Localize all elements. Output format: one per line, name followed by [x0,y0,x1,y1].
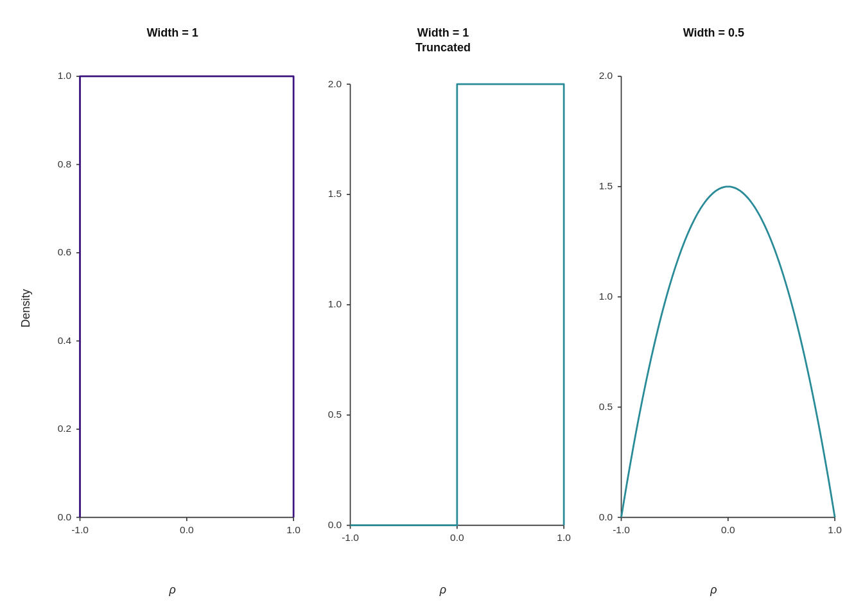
y-axis-text: Density [19,289,33,327]
plot-svg-3: 0.0 0.5 1.0 1.5 2.0 -1.0 [579,47,849,576]
main-container: Density Width = 1 0.0 [14,19,849,597]
svg-text:1.0: 1.0 [828,524,842,535]
svg-text:0.0: 0.0 [180,524,194,535]
svg-text:1.0: 1.0 [58,71,72,81]
x-axis-label-3: ρ [710,583,717,597]
plot-title-1: Width = 1 [146,26,198,40]
plot-area-2: 0.0 0.5 1.0 1.5 2.0 -1.0 [308,62,578,582]
svg-text:-1.0: -1.0 [71,524,89,535]
svg-text:0.4: 0.4 [58,335,72,346]
svg-text:2.0: 2.0 [328,78,342,89]
svg-text:0.2: 0.2 [58,424,72,434]
svg-text:1.0: 1.0 [328,298,342,309]
svg-text:-1.0: -1.0 [342,532,359,543]
svg-text:0.5: 0.5 [328,409,342,420]
svg-text:2.0: 2.0 [598,71,613,81]
x-axis-label-2: ρ [440,583,446,597]
svg-text:1.0: 1.0 [286,524,301,535]
svg-text:0.0: 0.0 [721,524,735,535]
plots-area: Width = 1 0.0 0.2 [37,19,849,597]
plot-area-3: 0.0 0.5 1.0 1.5 2.0 -1.0 [579,47,849,582]
svg-text:1.5: 1.5 [328,188,342,199]
svg-text:0.5: 0.5 [598,401,613,412]
svg-text:0.0: 0.0 [598,511,613,522]
plot-svg-1: 0.0 0.2 0.4 0.6 0.8 1.0 [37,47,308,576]
plot-panel-3: Width = 0.5 0.0 0.5 [579,19,849,597]
plot-svg-2: 0.0 0.5 1.0 1.5 2.0 -1.0 [308,62,578,576]
svg-text:0.8: 0.8 [58,158,72,169]
svg-text:0.0: 0.0 [328,519,342,530]
svg-text:1.0: 1.0 [557,532,571,543]
x-axis-label-1: ρ [170,583,176,597]
plot-title-2: Width = 1 Truncated [415,26,471,56]
y-axis-label: Density [14,19,37,597]
plot-panel-2: Width = 1 Truncated 0.0 [308,19,578,597]
svg-text:-1.0: -1.0 [613,524,630,535]
plot-title-3: Width = 0.5 [683,26,744,40]
svg-text:1.5: 1.5 [598,181,613,192]
svg-text:0.0: 0.0 [450,532,464,543]
plot-area-1: 0.0 0.2 0.4 0.6 0.8 1.0 [37,47,308,582]
svg-text:0.6: 0.6 [58,247,72,258]
plot-panel-1: Width = 1 0.0 0.2 [37,19,308,597]
svg-text:1.0: 1.0 [598,291,613,302]
svg-text:0.0: 0.0 [58,511,72,522]
